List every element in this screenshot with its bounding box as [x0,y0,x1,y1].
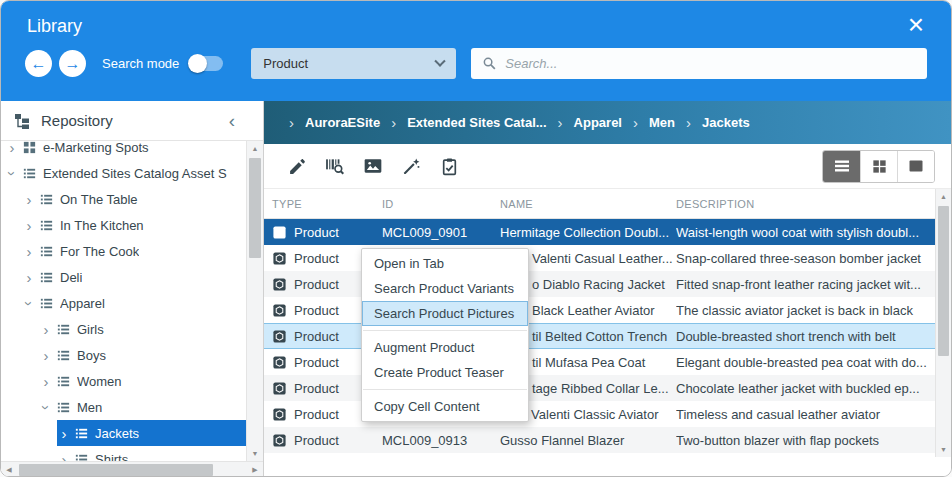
type-label: Product [294,329,339,344]
scrollbar-thumb[interactable] [938,206,949,356]
tree-item-label: Women [77,374,122,389]
toolbar [264,144,951,189]
search-input[interactable] [505,56,916,71]
search-product-variants-button[interactable] [316,150,354,182]
chevron-right-icon[interactable] [22,244,36,259]
search-product-pictures-button[interactable] [354,150,392,182]
tree-item-men[interactable]: Men [1,394,246,420]
tree-item-women[interactable]: Women [1,368,246,394]
spots-icon [22,141,37,155]
product-icon [272,277,287,292]
menu-item-create-product-teaser[interactable]: Create Product Teaser [362,360,528,385]
breadcrumb-item-auroraesite[interactable]: AuroraESite [305,115,380,130]
chevron-right-icon[interactable] [39,374,53,389]
chevron-down-icon [435,55,446,66]
type-label: Product [294,225,339,240]
breadcrumb-item-jackets[interactable]: Jackets [702,115,750,130]
chevron-down-icon[interactable] [5,166,19,181]
scroll-up-icon[interactable]: ▲ [936,189,951,204]
tree-item-label: Jackets [95,426,139,441]
tree-item-label: For The Cook [60,244,139,259]
forward-button[interactable]: → [59,50,86,77]
close-icon[interactable]: × [901,11,931,41]
chevron-right-icon: › [633,114,638,131]
list-view-button[interactable] [823,151,860,182]
tree-item-label: Extended Sites Catalog Asset S [43,166,227,181]
tree-item-boys[interactable]: Boys [1,342,246,368]
sidebar-header: Repository ‹ [1,101,263,141]
search-mode-toggle[interactable] [189,56,223,71]
augment-product-button[interactable] [392,150,430,182]
description-cell: Waist-length wool coat with stylish doub… [676,225,935,240]
id-cell: MCL009_0901 [382,225,500,240]
back-button[interactable]: ← [25,50,52,77]
chevron-right-icon[interactable] [39,348,53,363]
search-icon [482,56,497,71]
menu-item-search-product-pictures[interactable]: Search Product Pictures [362,301,528,326]
breadcrumb-item-men[interactable]: Men [649,115,675,130]
tree-item-label: Girls [77,322,104,337]
tree-item-in-the-kitchen[interactable]: In The Kitchen [1,212,246,238]
type-dropdown-value: Product [263,56,308,71]
menu-item-open-in-tab[interactable]: Open in Tab [362,251,528,276]
breadcrumb: › AuroraESite › Extended Sites Catal... … [264,101,951,144]
tree-item-jackets[interactable]: Jackets [1,420,246,446]
scroll-down-icon[interactable]: ▼ [936,442,951,457]
name-cell: Gusso Flannel Blazer [500,433,676,448]
chevron-down-icon[interactable] [39,400,53,415]
type-dropdown[interactable]: Product [251,48,456,79]
tree-item-shirts[interactable]: Shirts [1,446,246,461]
breadcrumb-item-extended-sites[interactable]: Extended Sites Catal... [407,115,546,130]
tree-item-apparel[interactable]: Apparel [1,290,246,316]
edit-button[interactable] [278,150,316,182]
tree-item-e-marketing-spots[interactable]: e-Marketing Spots [1,141,246,160]
scroll-up-icon[interactable]: ▲ [247,141,263,156]
menu-item-copy-cell-content[interactable]: Copy Cell Content [362,394,528,419]
card-view-button[interactable] [897,151,934,182]
product-icon [272,329,287,344]
chevron-right-icon[interactable] [5,141,19,155]
tree-item-for-the-cook[interactable]: For The Cook [1,238,246,264]
product-icon [272,303,287,318]
chevron-right-icon[interactable] [22,192,36,207]
type-cell: Product [272,433,382,448]
scroll-right-icon[interactable]: ▶ [247,462,263,477]
scroll-left-icon[interactable]: ◀ [1,462,17,477]
product-icon [272,225,287,240]
table-row[interactable]: Product MCL009_0913 Gusso Flannel Blazer… [264,427,935,453]
scroll-down-icon[interactable]: ▼ [247,446,263,461]
create-product-teaser-button[interactable] [430,150,468,182]
chevron-down-icon[interactable] [22,296,36,311]
type-label: Product [294,251,339,266]
chevron-right-icon[interactable] [22,270,36,285]
tree-item-extended-sites-catalog[interactable]: Extended Sites Catalog Asset S [1,160,246,186]
grid-view-button[interactable] [860,151,897,182]
breadcrumb-item-apparel[interactable]: Apparel [574,115,622,130]
sidebar-vertical-scrollbar[interactable]: ▲ ▼ [246,141,263,461]
category-icon [56,400,71,415]
chevron-right-icon[interactable] [57,452,71,462]
search-mode-label: Search mode [102,56,179,71]
description-cell: Snap-collared three-season bomber jacket [676,251,935,266]
tree-item-label: On The Table [60,192,138,207]
tree-item-label: Apparel [60,296,105,311]
description-cell: The classic aviator jacket is back in bl… [676,303,935,318]
menu-item-augment-product[interactable]: Augment Product [362,335,528,360]
tree-item-deli[interactable]: Deli [1,264,246,290]
chevron-right-icon[interactable] [39,322,53,337]
tree-item-on-the-table[interactable]: On The Table [1,186,246,212]
menu-item-search-product-variants[interactable]: Search Product Variants [362,276,528,301]
chevron-right-icon[interactable] [22,218,36,233]
scrollbar-thumb[interactable] [249,158,261,258]
table-row[interactable]: Product MCL009_0901 Hermitage Collection… [264,219,935,245]
sidebar-horizontal-scrollbar[interactable]: ◀ ▶ [1,461,263,477]
chevron-right-icon[interactable] [57,426,71,441]
view-toggle-group [822,150,935,183]
table-vertical-scrollbar[interactable]: ▲ ▼ [935,189,951,457]
collapse-sidebar-icon[interactable]: ‹ [229,111,235,130]
library-window: Library × ← → Search mode Product Reposi… [0,0,952,477]
table-header: TYPE ID NAME DESCRIPTION [264,189,935,219]
category-icon [39,270,54,285]
scrollbar-thumb[interactable] [19,464,213,476]
tree-item-girls[interactable]: Girls [1,316,246,342]
